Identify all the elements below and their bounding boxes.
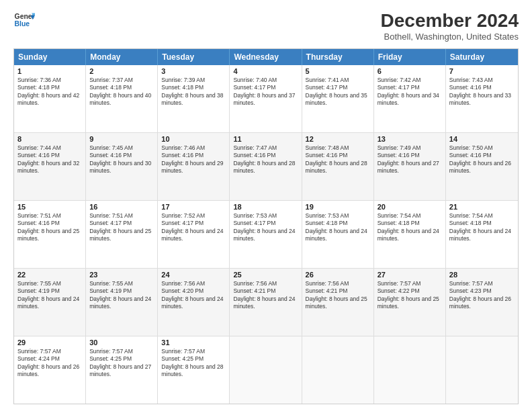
calendar-body: 1Sunrise: 7:36 AMSunset: 4:18 PMDaylight…: [14, 65, 518, 404]
cell-info: Sunrise: 7:55 AMSunset: 4:19 PMDaylight:…: [89, 280, 154, 311]
day-number: 19: [306, 203, 370, 211]
day-header-saturday: Saturday: [446, 49, 518, 65]
day-cell-19: 19Sunrise: 7:53 AMSunset: 4:18 PMDayligh…: [302, 201, 374, 268]
day-cell-23: 23Sunrise: 7:55 AMSunset: 4:19 PMDayligh…: [86, 269, 158, 336]
day-number: 2: [89, 67, 154, 75]
day-cell-28: 28Sunrise: 7:57 AMSunset: 4:23 PMDayligh…: [446, 269, 518, 336]
day-header-thursday: Thursday: [302, 49, 374, 65]
day-cell-11: 11Sunrise: 7:47 AMSunset: 4:16 PMDayligh…: [230, 133, 302, 200]
day-number: 26: [306, 271, 370, 279]
day-cell-25: 25Sunrise: 7:56 AMSunset: 4:21 PMDayligh…: [230, 269, 302, 336]
cell-info: Sunrise: 7:44 AMSunset: 4:16 PMDaylight:…: [17, 144, 82, 175]
cell-info: Sunrise: 7:54 AMSunset: 4:18 PMDaylight:…: [378, 212, 442, 243]
svg-text:Blue: Blue: [15, 20, 30, 28]
location: Bothell, Washington, United States: [381, 32, 519, 42]
day-number: 28: [449, 271, 515, 279]
cell-info: Sunrise: 7:51 AMSunset: 4:16 PMDaylight:…: [17, 212, 82, 243]
month-title: December 2024: [381, 11, 519, 32]
day-number: 22: [17, 271, 82, 279]
week-row-4: 22Sunrise: 7:55 AMSunset: 4:19 PMDayligh…: [14, 269, 518, 336]
week-row-1: 1Sunrise: 7:36 AMSunset: 4:18 PMDaylight…: [14, 65, 518, 133]
day-number: 6: [378, 67, 442, 75]
day-cell-26: 26Sunrise: 7:56 AMSunset: 4:21 PMDayligh…: [302, 269, 374, 336]
empty-cell: [374, 336, 446, 404]
day-number: 31: [161, 338, 226, 347]
day-cell-16: 16Sunrise: 7:51 AMSunset: 4:17 PMDayligh…: [86, 201, 158, 268]
cell-info: Sunrise: 7:57 AMSunset: 4:25 PMDaylight:…: [89, 348, 154, 379]
cell-info: Sunrise: 7:49 AMSunset: 4:16 PMDaylight:…: [378, 144, 442, 175]
day-cell-27: 27Sunrise: 7:57 AMSunset: 4:22 PMDayligh…: [374, 269, 446, 336]
week-row-2: 8Sunrise: 7:44 AMSunset: 4:16 PMDaylight…: [14, 133, 518, 201]
calendar: SundayMondayTuesdayWednesdayThursdayFrid…: [13, 48, 519, 404]
day-cell-22: 22Sunrise: 7:55 AMSunset: 4:19 PMDayligh…: [14, 269, 86, 336]
day-cell-13: 13Sunrise: 7:49 AMSunset: 4:16 PMDayligh…: [374, 133, 446, 200]
day-number: 23: [89, 271, 154, 279]
empty-cell: [230, 336, 302, 404]
day-cell-15: 15Sunrise: 7:51 AMSunset: 4:16 PMDayligh…: [14, 201, 86, 268]
day-number: 20: [378, 203, 442, 211]
day-number: 14: [449, 135, 515, 143]
day-number: 10: [161, 135, 226, 143]
cell-info: Sunrise: 7:53 AMSunset: 4:18 PMDaylight:…: [306, 212, 370, 243]
day-cell-2: 2Sunrise: 7:37 AMSunset: 4:18 PMDaylight…: [86, 65, 158, 132]
day-cell-20: 20Sunrise: 7:54 AMSunset: 4:18 PMDayligh…: [374, 201, 446, 268]
cell-info: Sunrise: 7:57 AMSunset: 4:24 PMDaylight:…: [17, 348, 82, 379]
cell-info: Sunrise: 7:37 AMSunset: 4:18 PMDaylight:…: [89, 77, 154, 107]
day-cell-24: 24Sunrise: 7:56 AMSunset: 4:20 PMDayligh…: [158, 269, 230, 336]
day-cell-4: 4Sunrise: 7:40 AMSunset: 4:17 PMDaylight…: [230, 65, 302, 132]
day-cell-1: 1Sunrise: 7:36 AMSunset: 4:18 PMDaylight…: [14, 65, 86, 132]
day-cell-3: 3Sunrise: 7:39 AMSunset: 4:18 PMDaylight…: [158, 65, 230, 132]
cell-info: Sunrise: 7:57 AMSunset: 4:23 PMDaylight:…: [449, 280, 515, 311]
calendar-header: SundayMondayTuesdayWednesdayThursdayFrid…: [14, 49, 518, 65]
day-cell-5: 5Sunrise: 7:41 AMSunset: 4:17 PMDaylight…: [302, 65, 374, 132]
cell-info: Sunrise: 7:51 AMSunset: 4:17 PMDaylight:…: [89, 212, 154, 243]
cell-info: Sunrise: 7:39 AMSunset: 4:18 PMDaylight:…: [161, 77, 226, 107]
header: General Blue December 2024 Bothell, Wash…: [13, 11, 519, 42]
day-cell-21: 21Sunrise: 7:54 AMSunset: 4:18 PMDayligh…: [446, 201, 518, 268]
day-number: 15: [17, 203, 82, 211]
cell-info: Sunrise: 7:47 AMSunset: 4:16 PMDaylight:…: [233, 144, 298, 175]
day-number: 18: [233, 203, 298, 211]
cell-info: Sunrise: 7:43 AMSunset: 4:16 PMDaylight:…: [449, 77, 515, 107]
cell-info: Sunrise: 7:48 AMSunset: 4:16 PMDaylight:…: [306, 144, 370, 175]
day-number: 11: [233, 135, 298, 143]
cell-info: Sunrise: 7:57 AMSunset: 4:22 PMDaylight:…: [378, 280, 442, 311]
cell-info: Sunrise: 7:57 AMSunset: 4:25 PMDaylight:…: [161, 348, 226, 379]
cell-info: Sunrise: 7:52 AMSunset: 4:17 PMDaylight:…: [161, 212, 226, 243]
day-number: 27: [378, 271, 442, 279]
day-number: 24: [161, 271, 226, 279]
day-number: 21: [449, 203, 515, 211]
cell-info: Sunrise: 7:56 AMSunset: 4:20 PMDaylight:…: [161, 280, 226, 311]
day-cell-31: 31Sunrise: 7:57 AMSunset: 4:25 PMDayligh…: [158, 336, 230, 404]
empty-cell: [446, 336, 518, 404]
page: General Blue December 2024 Bothell, Wash…: [0, 0, 532, 411]
day-number: 16: [89, 203, 154, 211]
cell-info: Sunrise: 7:45 AMSunset: 4:16 PMDaylight:…: [89, 144, 154, 175]
day-cell-18: 18Sunrise: 7:53 AMSunset: 4:17 PMDayligh…: [230, 201, 302, 268]
day-number: 17: [161, 203, 226, 211]
cell-info: Sunrise: 7:40 AMSunset: 4:17 PMDaylight:…: [233, 77, 298, 107]
day-cell-29: 29Sunrise: 7:57 AMSunset: 4:24 PMDayligh…: [14, 336, 86, 404]
cell-info: Sunrise: 7:36 AMSunset: 4:18 PMDaylight:…: [17, 77, 82, 107]
cell-info: Sunrise: 7:53 AMSunset: 4:17 PMDaylight:…: [233, 212, 298, 243]
cell-info: Sunrise: 7:42 AMSunset: 4:17 PMDaylight:…: [378, 77, 442, 107]
day-cell-30: 30Sunrise: 7:57 AMSunset: 4:25 PMDayligh…: [86, 336, 158, 404]
day-cell-17: 17Sunrise: 7:52 AMSunset: 4:17 PMDayligh…: [158, 201, 230, 268]
day-number: 3: [161, 67, 226, 75]
day-header-tuesday: Tuesday: [158, 49, 230, 65]
day-cell-10: 10Sunrise: 7:46 AMSunset: 4:16 PMDayligh…: [158, 133, 230, 200]
day-number: 5: [306, 67, 370, 75]
day-header-monday: Monday: [86, 49, 158, 65]
cell-info: Sunrise: 7:56 AMSunset: 4:21 PMDaylight:…: [306, 280, 370, 311]
cell-info: Sunrise: 7:41 AMSunset: 4:17 PMDaylight:…: [306, 77, 370, 107]
cell-info: Sunrise: 7:46 AMSunset: 4:16 PMDaylight:…: [161, 144, 226, 175]
day-cell-8: 8Sunrise: 7:44 AMSunset: 4:16 PMDaylight…: [14, 133, 86, 200]
week-row-5: 29Sunrise: 7:57 AMSunset: 4:24 PMDayligh…: [14, 336, 518, 404]
week-row-3: 15Sunrise: 7:51 AMSunset: 4:16 PMDayligh…: [14, 201, 518, 269]
day-number: 30: [89, 338, 154, 347]
day-cell-14: 14Sunrise: 7:50 AMSunset: 4:16 PMDayligh…: [446, 133, 518, 200]
logo-icon: General Blue: [13, 11, 35, 30]
day-number: 25: [233, 271, 298, 279]
day-number: 8: [17, 135, 82, 143]
day-number: 13: [378, 135, 442, 143]
